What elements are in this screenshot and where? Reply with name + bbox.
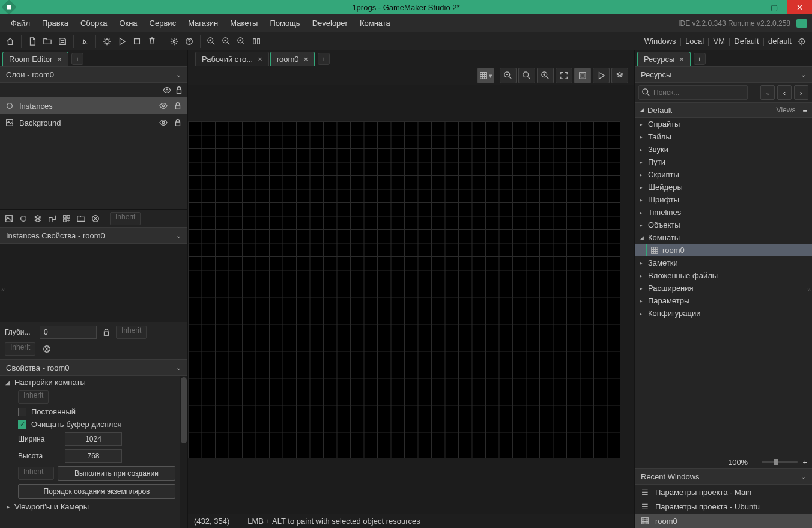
target-vm[interactable]: VM [713, 37, 725, 46]
viewports-row[interactable]: ▸Viewport'ы и Камеры [0, 500, 180, 513]
resource-paths[interactable]: ▸Пути [635, 156, 812, 168]
tab-room0[interactable]: room0 × [270, 52, 315, 66]
creation-code-button[interactable]: Выполнить при создании [58, 466, 175, 481]
fullscreen-button[interactable] [556, 68, 572, 83]
close-tab-icon[interactable]: × [679, 55, 684, 64]
layer-visibility-icon[interactable] [159, 101, 168, 111]
minimize-button[interactable]: — [736, 0, 762, 14]
resource-rooms[interactable]: ◢Комнаты [635, 231, 812, 244]
stop-button[interactable] [130, 35, 144, 48]
recent-row-ubuntu[interactable]: ☰ Параметры проекта - Ubuntu [635, 499, 812, 514]
add-asset-layer-button[interactable] [60, 212, 73, 225]
close-button[interactable]: ✕ [787, 0, 812, 14]
save-button[interactable] [56, 35, 69, 48]
room-props-header[interactable]: Свойства - room0 ⌄ [0, 359, 187, 376]
resource-options[interactable]: ▸Параметры [635, 294, 812, 307]
target-platform[interactable]: Windows [644, 37, 676, 46]
resource-sounds[interactable]: ▸Звуки [635, 143, 812, 156]
resource-extensions[interactable]: ▸Расширения [635, 282, 812, 294]
zoom-out-room-button[interactable] [500, 68, 517, 83]
close-tab-icon[interactable]: × [57, 55, 62, 64]
tab-resources[interactable]: Ресурсы × [637, 52, 691, 66]
views-button[interactable]: Views [777, 106, 796, 114]
close-tab-icon[interactable]: × [304, 55, 309, 64]
debug-button[interactable] [100, 35, 114, 48]
menu-shop[interactable]: Магазин [182, 16, 224, 30]
maximize-button[interactable]: ▢ [762, 0, 787, 14]
zoom-plus-icon[interactable]: + [802, 458, 807, 467]
resource-scripts[interactable]: ▸Скрипты [635, 168, 812, 181]
open-folder-button[interactable] [41, 35, 54, 48]
visibility-column-icon[interactable] [162, 85, 172, 95]
lock-column-icon[interactable] [174, 85, 184, 95]
resource-objects[interactable]: ▸Объекты [635, 219, 812, 231]
height-input[interactable] [65, 449, 122, 463]
search-input[interactable] [638, 85, 748, 100]
zoom-out-button[interactable] [220, 35, 233, 48]
persistent-row[interactable]: Постоянный [0, 405, 180, 418]
size-inherit-button[interactable]: Inherit [18, 467, 54, 480]
zoom-minus-icon[interactable]: – [753, 458, 757, 467]
resource-sprites[interactable]: ▸Спрайты [635, 118, 812, 130]
tab-room-editor[interactable]: Room Editor × [2, 52, 68, 66]
resource-timelines[interactable]: ▸Timelines [635, 206, 812, 219]
target-settings-button[interactable] [795, 35, 808, 48]
create-executable-button[interactable] [78, 35, 91, 48]
views-menu-icon[interactable]: ≡ [802, 106, 807, 115]
resource-shaders[interactable]: ▸Шейдеры [635, 181, 812, 193]
zoom-slider[interactable] [762, 461, 798, 463]
layer-view-button[interactable] [611, 68, 628, 83]
zoom-in-button[interactable] [205, 35, 218, 48]
recent-row-room0[interactable]: room0 [635, 514, 812, 528]
add-bg-layer-button[interactable] [2, 212, 16, 225]
depth-inherit-button[interactable]: Inherit [116, 326, 147, 339]
menu-tools[interactable]: Сервис [144, 16, 183, 30]
add-path-layer-button[interactable] [46, 212, 59, 225]
resource-notes[interactable]: ▸Заметки [635, 256, 812, 269]
add-folder-button[interactable] [74, 212, 88, 225]
clear-button[interactable] [40, 342, 53, 356]
play-button[interactable] [593, 68, 610, 83]
add-tab-button[interactable]: + [694, 53, 706, 65]
clear-buffer-row[interactable]: Очищать буфер дисплея [0, 418, 180, 431]
target-config[interactable]: Default [734, 37, 759, 46]
recent-row-main[interactable]: ☰ Параметры проекта - Main [635, 485, 812, 499]
clean-button[interactable] [145, 35, 159, 48]
target-device[interactable]: default [768, 37, 792, 46]
zoom-reset-room-button[interactable] [518, 68, 535, 83]
settings-button[interactable] [168, 35, 181, 48]
instances-props-header[interactable]: Instances Свойства - room0 ⌄ [0, 227, 187, 244]
add-tab-button[interactable]: + [71, 53, 83, 65]
width-input[interactable] [65, 432, 122, 446]
layers-inherit-button[interactable]: Inherit [110, 212, 141, 225]
search-dropdown-button[interactable]: ⌄ [760, 85, 775, 100]
layer-row-instances[interactable]: Instances [0, 97, 187, 114]
zoom-in-room-button[interactable] [537, 68, 554, 83]
layer-lock-icon[interactable] [173, 101, 183, 111]
scrollbar[interactable] [180, 376, 187, 528]
menu-developer[interactable]: Developer [306, 16, 354, 30]
resource-included-files[interactable]: ▸Вложенные файлы [635, 269, 812, 282]
depth-input[interactable] [40, 326, 97, 339]
room-inherit-button[interactable]: Inherit [18, 390, 49, 404]
default-group-header[interactable]: ◢ Default Views ≡ [635, 102, 812, 118]
add-instance-layer-button[interactable] [17, 212, 30, 225]
layer-inherit-button[interactable]: Inherit [5, 342, 35, 356]
new-file-button[interactable] [26, 35, 39, 48]
close-tab-icon[interactable]: × [258, 55, 262, 64]
layer-lock-icon[interactable] [173, 118, 183, 127]
menu-room[interactable]: Комната [354, 16, 396, 30]
recent-windows-header[interactable]: Recent Windows ⌄ [635, 468, 812, 485]
menu-help[interactable]: Помощь [264, 16, 306, 30]
resource-configs[interactable]: ▸Конфигурации [635, 307, 812, 320]
depth-lock-icon[interactable] [102, 327, 111, 337]
grid-toggle-button[interactable]: ▾ [477, 68, 494, 83]
tab-workspace[interactable]: Рабочий сто... × [195, 52, 269, 66]
resource-tiles[interactable]: ▸Тайлы [635, 130, 812, 143]
resources-header[interactable]: Ресурсы ⌄ [635, 66, 812, 83]
run-button[interactable] [115, 35, 129, 48]
menu-edit[interactable]: Правка [36, 16, 74, 30]
menu-windows[interactable]: Окна [113, 16, 143, 30]
add-tile-layer-button[interactable] [31, 212, 44, 225]
nav-next-button[interactable]: › [794, 85, 808, 100]
